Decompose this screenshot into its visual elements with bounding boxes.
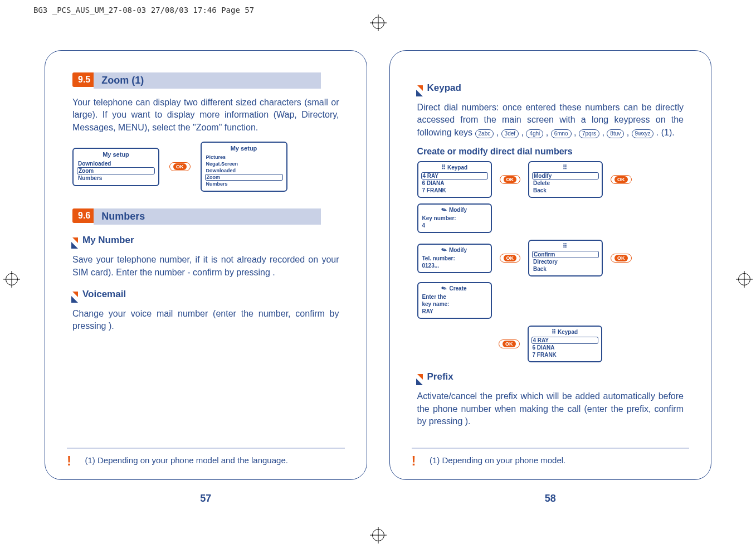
section-number: 9.5 <box>72 72 96 87</box>
subsection-title: Voicemail <box>82 289 126 300</box>
screens-row: My setup Downloaded Zoom Numbers OK My s… <box>72 142 339 192</box>
footnote-text: (1) Depending on your phone model. <box>430 455 565 465</box>
page-number: 58 <box>378 493 723 504</box>
screen-row-selected: Zoom <box>77 167 155 174</box>
section-number: 9.6 <box>72 208 96 223</box>
screen-row: key name: <box>421 300 488 308</box>
body-paragraph: Activate/cancel the prefix which will be… <box>417 390 684 428</box>
exclaim-icon: ! <box>67 453 71 469</box>
ok-button-icon: OK <box>499 339 520 348</box>
screens-grid-row: OK ⠿Keypad 4 RAY 6 DIANA 7 FRANK <box>417 326 684 362</box>
keypad-icon: ⠿ <box>441 164 445 171</box>
phone-screen: ⠿Keypad 4 RAY 6 DIANA 7 FRANK <box>417 161 492 198</box>
screen-title: Keypad <box>558 329 578 335</box>
screen-title: Create <box>449 285 466 292</box>
key-icon: 4ghi <box>526 129 543 138</box>
pencil-icon: ✎ <box>440 245 448 254</box>
phone-screen: My setup Pictures Negat.Screen Downloade… <box>201 142 287 192</box>
screen-row: Back <box>532 187 599 194</box>
screen-title: My setup <box>103 151 129 158</box>
phone-screen: ⠿ Modify Delete Back <box>528 161 603 198</box>
keypad-icon: ⠿ <box>563 242 567 250</box>
screen-row: Delete <box>532 179 599 187</box>
keypad-icon: ⠿ <box>552 328 555 336</box>
screen-row-selected: Modify <box>532 172 599 179</box>
screen-row-selected: Confirm <box>532 251 599 258</box>
right-page: Keypad Direct dial numbers: once entered… <box>378 45 723 513</box>
screen-row: 0123... <box>421 262 488 269</box>
screen-row: Key number: <box>421 215 488 222</box>
ok-label: OK <box>614 255 628 261</box>
subsection-title: My Number <box>82 235 134 246</box>
subsection-header: Prefix <box>417 371 684 382</box>
text-span: Change your voice mail number (enter the… <box>72 309 339 331</box>
subsection-title: Keypad <box>427 83 461 94</box>
pencil-icon: ✎ <box>440 206 448 215</box>
phone-screen: ✎Modify Key number: 4 <box>417 203 492 233</box>
left-page: 9.5Zoom (1) Your telephone can display t… <box>33 45 378 513</box>
text-span: . (1). <box>656 128 675 137</box>
triangle-icon <box>72 292 78 297</box>
screen-row-selected: Zoom <box>205 174 283 181</box>
ok-label: OK <box>173 163 187 170</box>
screen-row: 7 FRANK <box>531 351 598 358</box>
key-icon: 9wxyz <box>632 129 654 138</box>
pdf-header: BG3 _PCS_AUS_UM_27-08-03 27/08/03 17:46 … <box>33 6 254 14</box>
screen-row: Pictures <box>205 154 283 161</box>
screen-title: Modify <box>449 247 467 253</box>
screen-row: 4 <box>421 222 488 229</box>
registration-mark-icon <box>738 273 750 285</box>
phone-screen: My setup Downloaded Zoom Numbers <box>72 148 159 186</box>
screen-row-selected: 4 RAY <box>531 337 598 344</box>
screen-title: My setup <box>205 145 283 152</box>
exclaim-icon: ! <box>412 453 416 469</box>
screen-row: Numbers <box>77 174 155 182</box>
screen-row: Directory <box>532 258 599 265</box>
body-paragraph: Your telephone can display two different… <box>72 96 339 134</box>
screen-title: Modify <box>449 207 467 213</box>
key-icon: 7pqrs <box>579 129 599 138</box>
pencil-icon: ✎ <box>441 284 448 293</box>
triangle-icon <box>72 237 78 243</box>
subsection-header: Voicemail <box>72 289 339 300</box>
triangle-icon <box>417 374 423 380</box>
section-title: Numbers <box>94 208 321 225</box>
ok-label: OK <box>503 341 516 347</box>
phone-screen: ⠿Keypad 4 RAY 6 DIANA 7 FRANK <box>528 326 602 362</box>
subsection-title: Prefix <box>427 371 453 382</box>
body-paragraph: Change your voice mail number (enter the… <box>72 308 339 333</box>
screen-row: Back <box>532 265 599 273</box>
screen-row: Downloaded <box>205 167 283 174</box>
section-header: 9.6Numbers <box>72 208 339 225</box>
text-span: Save your telephone number, if it is not… <box>72 255 339 276</box>
footnote: ! (1) Depending on your phone model and … <box>67 448 345 469</box>
footnote: ! (1) Depending on your phone model. <box>412 448 690 469</box>
screen-row: Numbers <box>205 181 283 187</box>
phone-screen: ⠿ Confirm Directory Back <box>528 240 603 276</box>
registration-mark-icon <box>372 17 384 29</box>
subsection-header: My Number <box>72 235 339 246</box>
screen-row: Enter the <box>421 293 488 300</box>
ok-label: OK <box>614 176 628 183</box>
screen-row: 6 DIANA <box>531 344 598 351</box>
screen-row: RAY <box>421 308 488 315</box>
ok-button-icon: OK <box>611 254 632 263</box>
screen-row: Downloaded <box>77 160 155 167</box>
body-paragraph: Save your telephone number, if it is not… <box>72 254 339 279</box>
key-icon: 3def <box>501 129 519 138</box>
phone-screen: ✎Create Enter the key name: RAY <box>417 282 492 319</box>
page-spread: 9.5Zoom (1) Your telephone can display t… <box>33 45 723 513</box>
ok-button-icon: OK <box>500 175 521 184</box>
screen-row: Tel. number: <box>421 255 488 262</box>
screen-title: Keypad <box>447 164 467 171</box>
body-paragraph: Direct dial numbers: once entered these … <box>417 101 684 139</box>
registration-mark-icon <box>372 529 384 541</box>
screen-row-selected: 4 RAY <box>421 172 488 179</box>
screen-row: 6 DIANA <box>421 179 488 187</box>
screens-grid-row: ⠿Keypad 4 RAY 6 DIANA 7 FRANK OK ⠿ Modif… <box>417 161 684 233</box>
section-title: Zoom (1) <box>94 72 321 89</box>
phone-screen: ✎Modify Tel. number: 0123... <box>417 244 492 273</box>
registration-mark-icon <box>6 273 18 285</box>
screen-row: 7 FRANK <box>421 187 488 194</box>
ok-label: OK <box>504 176 517 183</box>
